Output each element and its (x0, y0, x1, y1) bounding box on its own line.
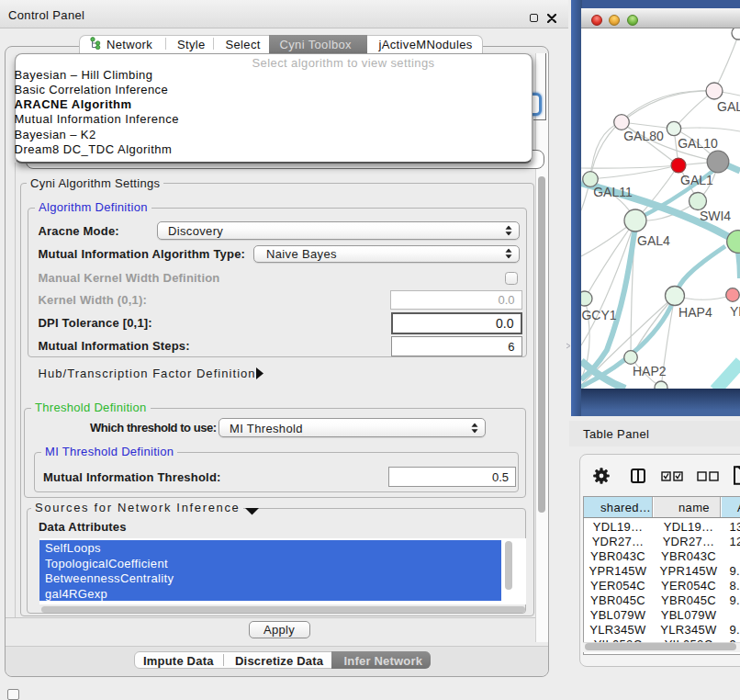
svg-text:GAL4: GAL4 (637, 233, 670, 248)
svg-text:HAP4: HAP4 (678, 305, 712, 320)
svg-text:GAL80: GAL80 (623, 129, 664, 143)
svg-text:HAP2: HAP2 (633, 364, 667, 378)
svg-text:YM: YM (730, 304, 740, 319)
svg-text:GAL1: GAL1 (680, 173, 713, 187)
svg-text:GAL7: GAL7 (717, 99, 740, 114)
svg-text:GCY1: GCY1 (581, 308, 616, 322)
svg-text:GAL10: GAL10 (678, 136, 718, 151)
svg-text:SWI4: SWI4 (700, 209, 731, 223)
svg-text:GAL11: GAL11 (593, 185, 633, 199)
